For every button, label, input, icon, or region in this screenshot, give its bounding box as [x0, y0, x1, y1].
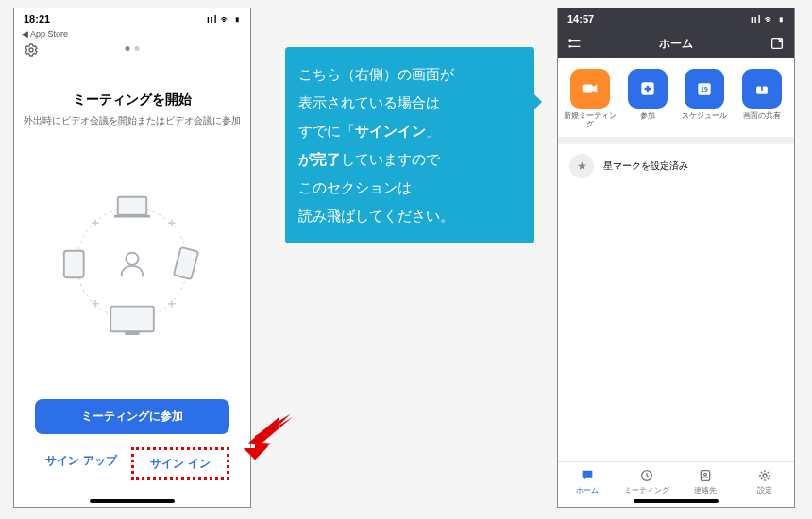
svg-rect-7 — [64, 251, 84, 278]
list-icon[interactable] — [567, 36, 583, 51]
status-bar: 18:21 ııl ᯤ ▮ — [14, 8, 250, 29]
topbar-title: ホーム — [583, 36, 770, 52]
svg-marker-15 — [244, 414, 290, 460]
video-icon — [570, 69, 610, 109]
svg-point-26 — [704, 473, 707, 476]
share-up-icon — [742, 69, 782, 109]
illustration — [14, 127, 250, 399]
svg-rect-6 — [125, 331, 139, 335]
signup-button[interactable]: サイン アップ — [35, 447, 127, 480]
svg-point-16 — [569, 40, 570, 41]
page-dots — [126, 46, 140, 51]
status-time: 18:21 — [24, 13, 50, 25]
star-icon: ★ — [569, 154, 594, 178]
welcome-subtitle: 外出時にビデオ会議を開始またはビデオ会議に参加 — [14, 114, 250, 127]
svg-rect-8 — [174, 247, 198, 279]
callout-line: すでに「 — [298, 123, 355, 139]
contacts-icon — [697, 468, 714, 483]
callout-line: 」 — [426, 123, 440, 139]
status-indicators-icon: ııl ᯤ ▮ — [207, 14, 241, 25]
compose-icon[interactable] — [770, 36, 785, 51]
phone-right: 14:57 ııl ᯤ ▮ ホーム 新規ミーティング 参加 19 スケジュール — [557, 8, 795, 508]
back-to-appstore[interactable]: ◀ App Store — [14, 29, 250, 41]
welcome-title: ミーティングを開始 — [14, 92, 250, 109]
action-join[interactable]: 参加 — [619, 69, 677, 129]
devices-illustration-icon — [42, 174, 222, 353]
callout-line: 読み飛ばしてください。 — [298, 208, 454, 224]
home-topbar: ホーム — [558, 29, 794, 58]
svg-point-17 — [569, 46, 570, 47]
callout-bubble: こちら（右側）の画面が 表示されている場合は すでに「サインイン」 が完了してい… — [285, 47, 534, 243]
callout-bold: が完了 — [298, 151, 341, 167]
callout-bold: サインイン — [355, 123, 426, 139]
gear-icon — [756, 468, 773, 483]
status-indicators-icon: ııl ᯤ ▮ — [751, 14, 785, 25]
tab-contacts[interactable]: 連絡先 — [676, 468, 736, 495]
action-row: 新規ミーティング 参加 19 スケジュール 画面の共有 — [558, 58, 794, 137]
auth-row: サイン アップ サイン イン — [35, 447, 229, 480]
home-indicator — [90, 499, 175, 503]
starred-row[interactable]: ★ 星マークを設定済み — [558, 144, 794, 188]
home-indicator — [634, 499, 719, 503]
left-header — [14, 41, 250, 63]
callout-line: こちら（右側）の画面が — [298, 66, 454, 82]
callout-line: 表示されている場合は — [298, 94, 440, 110]
status-time: 14:57 — [567, 13, 594, 25]
bottom-tabbar: ホーム ミーティング 連絡先 設定 — [558, 461, 794, 499]
svg-point-27 — [763, 474, 767, 477]
svg-point-0 — [29, 48, 33, 52]
chat-icon — [579, 468, 596, 483]
join-meeting-button[interactable]: ミーティングに参加 — [35, 399, 229, 434]
tab-home[interactable]: ホーム — [558, 468, 617, 495]
action-new-meeting[interactable]: 新規ミーティング — [562, 69, 619, 129]
svg-rect-4 — [114, 215, 150, 218]
svg-rect-5 — [110, 307, 154, 332]
clock-icon — [638, 468, 655, 483]
starred-label: 星マークを設定済み — [603, 159, 688, 173]
red-arrow-icon — [242, 410, 295, 462]
section-divider — [558, 137, 794, 144]
action-schedule[interactable]: 19 スケジュール — [676, 69, 734, 129]
svg-rect-19 — [583, 84, 593, 92]
callout-line: していますので — [341, 151, 440, 167]
phone-left: 18:21 ııl ᯤ ▮ ◀ App Store ミーティングを開始 外出時に… — [13, 8, 251, 508]
calendar-icon: 19 — [685, 69, 724, 109]
tab-settings[interactable]: 設定 — [736, 468, 795, 495]
plus-icon — [628, 69, 668, 109]
signin-button[interactable]: サイン イン — [131, 447, 229, 480]
action-share[interactable]: 画面の共有 — [734, 69, 791, 129]
callout-line: このセクションは — [298, 179, 412, 195]
svg-point-2 — [126, 253, 138, 265]
tab-meetings[interactable]: ミーティング — [617, 468, 677, 495]
svg-text:19: 19 — [702, 86, 709, 92]
svg-rect-3 — [118, 197, 146, 215]
settings-gear-icon[interactable] — [24, 42, 39, 58]
status-bar: 14:57 ııl ᯤ ▮ — [558, 8, 794, 29]
